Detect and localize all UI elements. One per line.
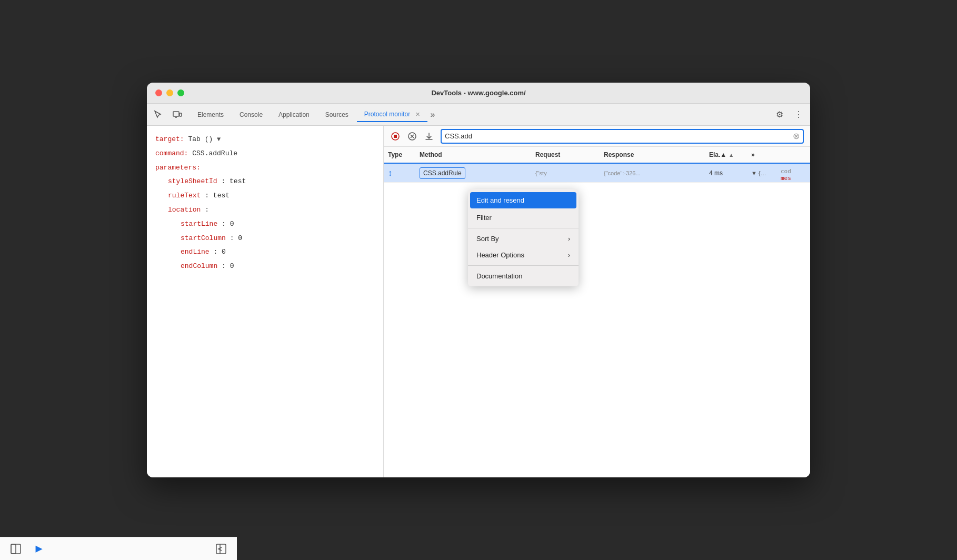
search-clear-icon[interactable]: ⊗ xyxy=(793,131,800,141)
menu-item-sort-by[interactable]: Sort By › xyxy=(468,231,579,247)
search-bar: ⊗ xyxy=(441,129,804,144)
cell-elapsed: 4 ms xyxy=(709,169,751,177)
menu-item-edit-resend[interactable]: Edit and resend xyxy=(470,192,576,208)
table-row[interactable]: ↕ CSS.addRule {"sty {"code":-326... 4 ms… xyxy=(384,164,810,183)
minimize-button[interactable] xyxy=(166,89,173,96)
json-preview: cod mes xyxy=(779,164,810,186)
menu-separator xyxy=(468,228,579,228)
titlebar: DevTools - www.google.com/ xyxy=(147,83,810,104)
settings-icon[interactable]: ⚙ xyxy=(772,107,787,122)
table-header: Type Method Request Response Ela.▲ ▲ » xyxy=(384,147,810,164)
svg-rect-0 xyxy=(173,112,179,116)
cell-expand: ▼ {code xyxy=(751,170,767,176)
inspect-icon[interactable] xyxy=(151,107,166,122)
tab-icon-group xyxy=(151,107,185,122)
menu-item-filter[interactable]: Filter xyxy=(468,209,579,226)
right-panel: ⊗ Type Method Request Response Ela.▲ xyxy=(384,126,810,477)
tabbar-right: ⚙ ⋮ xyxy=(772,107,806,122)
tab-console[interactable]: Console xyxy=(232,108,270,122)
maximize-button[interactable] xyxy=(177,89,184,96)
menu-item-header-options[interactable]: Header Options › xyxy=(468,247,579,263)
tab-application[interactable]: Application xyxy=(271,108,317,122)
cell-direction: ↕ xyxy=(388,168,420,178)
menu-separator-2 xyxy=(468,265,579,266)
param-stylesheet-row: styleSheetId : test xyxy=(155,176,375,187)
cell-response: {"code":-326... xyxy=(604,170,709,176)
menu-item-documentation[interactable]: Documentation xyxy=(468,268,579,284)
submenu-arrow-icon: › xyxy=(568,235,570,243)
main-content: target: Tab () ▼ command: CSS.addRule pa… xyxy=(147,126,810,477)
download-button[interactable] xyxy=(422,129,436,144)
parameters-row: parameters: xyxy=(155,163,375,174)
stop-recording-button[interactable] xyxy=(388,129,403,144)
cell-request: {"sty xyxy=(535,170,604,176)
traffic-lights xyxy=(155,89,184,96)
tab-protocol-monitor[interactable]: Protocol monitor ✕ xyxy=(357,107,427,122)
tab-close-icon[interactable]: ✕ xyxy=(415,111,420,117)
col-type: Type xyxy=(388,151,420,158)
clear-button[interactable] xyxy=(405,129,420,144)
more-options-icon[interactable]: ⋮ xyxy=(791,107,806,122)
col-elapsed: Ela.▲ ▲ xyxy=(709,151,751,158)
tab-overflow-icon[interactable]: » xyxy=(431,110,435,119)
command-row: command: CSS.addRule xyxy=(155,148,375,159)
col-method: Method xyxy=(420,151,535,158)
col-request: Request xyxy=(535,151,604,158)
svg-rect-1 xyxy=(180,113,182,116)
col-expand: » xyxy=(751,151,767,158)
devtools-window: DevTools - www.google.com/ Elements Cons… xyxy=(147,83,810,477)
close-button[interactable] xyxy=(155,89,162,96)
tab-elements[interactable]: Elements xyxy=(190,108,231,122)
submenu-arrow-icon: › xyxy=(568,252,570,259)
toolbar: ⊗ xyxy=(384,126,810,147)
param-ruletext-row: ruleText : test xyxy=(155,191,375,202)
device-icon[interactable] xyxy=(170,107,185,122)
target-row: target: Tab () ▼ xyxy=(155,134,375,145)
search-input[interactable] xyxy=(445,132,793,140)
context-menu: Edit and resend Filter Sort By › Header … xyxy=(468,189,579,286)
table-body: ↕ CSS.addRule {"sty {"code":-326... 4 ms… xyxy=(384,164,810,477)
svg-rect-8 xyxy=(394,135,397,138)
cell-method: CSS.addRule xyxy=(420,167,535,179)
param-startcolumn-row: startColumn : 0 xyxy=(155,233,375,244)
left-panel: target: Tab () ▼ command: CSS.addRule pa… xyxy=(147,126,384,477)
tabbar: Elements Console Application Sources Pro… xyxy=(147,104,810,126)
param-startline-row: startLine : 0 xyxy=(155,219,375,230)
param-location-row: location : xyxy=(155,205,375,216)
param-endcolumn-row: endColumn : 0 xyxy=(155,261,375,272)
col-response: Response xyxy=(604,151,709,158)
window-title: DevTools - www.google.com/ xyxy=(431,89,525,97)
sort-arrow-icon: ▲ xyxy=(729,152,734,158)
tab-sources[interactable]: Sources xyxy=(318,108,356,122)
param-endline-row: endLine : 0 xyxy=(155,247,375,258)
